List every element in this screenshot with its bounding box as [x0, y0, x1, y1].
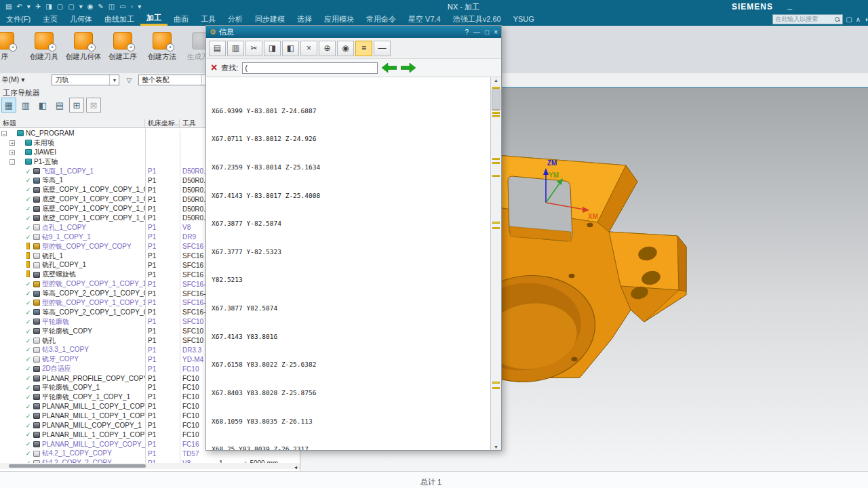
expander-icon[interactable]: [18, 206, 23, 211]
window-cascade-icon[interactable]: ◫: [108, 0, 115, 14]
delete-icon[interactable]: ×: [300, 41, 317, 56]
expander-icon[interactable]: [18, 272, 23, 277]
filter-icon[interactable]: ▽: [126, 77, 132, 84]
collapse-icon[interactable]: —: [374, 41, 391, 56]
expander-icon[interactable]: [18, 178, 23, 183]
expander-icon[interactable]: [18, 169, 23, 174]
copy-icon[interactable]: ◨: [45, 0, 52, 14]
expander-icon[interactable]: [18, 187, 23, 192]
minimize-icon[interactable]: —: [473, 28, 480, 36]
expander-icon[interactable]: [18, 300, 23, 306]
expander-icon[interactable]: [18, 291, 23, 296]
menu-tab[interactable]: 几何体: [64, 14, 98, 26]
vertical-scrollbar[interactable]: ▲ ▼: [490, 77, 501, 450]
expander-icon[interactable]: [18, 216, 23, 221]
minimize-ribbon-icon[interactable]: ∧: [856, 16, 861, 24]
ribbon-button[interactable]: + 创建几何体: [65, 32, 102, 62]
expander-icon[interactable]: [18, 366, 23, 371]
maximize-icon[interactable]: □: [485, 28, 489, 36]
expander-icon[interactable]: [18, 394, 23, 400]
expander-icon[interactable]: [18, 413, 23, 419]
undo-icon[interactable]: ↶: [16, 0, 22, 14]
scrollbar-thumb[interactable]: [492, 89, 500, 110]
menu-tab[interactable]: 曲线加工: [98, 14, 140, 26]
save-icon[interactable]: ▤: [5, 0, 12, 14]
info-window-titlebar[interactable]: ⚙ 信息 ?—□×: [206, 26, 501, 38]
expander-icon[interactable]: [18, 310, 23, 315]
undo-dropdown-icon[interactable]: ▾: [27, 0, 31, 14]
close-find-icon[interactable]: ×: [211, 62, 217, 73]
machine-tool-view-icon[interactable]: ▥: [18, 98, 33, 113]
menu-tab[interactable]: 分析: [222, 14, 249, 26]
expander-icon[interactable]: [18, 329, 23, 334]
expander-icon[interactable]: [18, 347, 23, 352]
expander-icon[interactable]: [18, 319, 23, 325]
search-input[interactable]: 在此输入以搜索: [772, 14, 843, 24]
menu-tab[interactable]: 应用模块: [318, 14, 360, 26]
expander-icon[interactable]: [18, 432, 23, 437]
expander-icon[interactable]: [18, 253, 23, 259]
menu-tab[interactable]: 选择: [291, 14, 318, 26]
menu-tab[interactable]: 加工: [140, 14, 167, 26]
save-icon[interactable]: ▤: [209, 41, 226, 56]
expander-icon[interactable]: [18, 357, 23, 362]
gcode-listing[interactable]: X66.9399 Y-83.801 Z-24.6887 X67.0711 Y-8…: [206, 77, 490, 450]
help-icon[interactable]: ?: [465, 28, 469, 36]
scroll-up-icon[interactable]: ▲: [491, 78, 501, 83]
menu-tab[interactable]: 主页: [37, 14, 64, 26]
fullscreen-icon[interactable]: ▢: [846, 16, 852, 24]
clear-filter-icon[interactable]: ⊠: [86, 98, 101, 113]
find-previous-button[interactable]: [382, 63, 397, 73]
assembly-filter-combo[interactable]: 整个装配▼: [138, 75, 212, 85]
more-dropdown-icon[interactable]: ▾: [79, 0, 83, 14]
ribbon-button[interactable]: + 序: [0, 32, 23, 62]
cut-icon[interactable]: ✂: [245, 41, 262, 56]
find-object-icon[interactable]: ⊞: [69, 98, 84, 113]
find-input[interactable]: (: [242, 62, 378, 74]
menu-tab[interactable]: 工具: [195, 14, 222, 26]
menu-tab[interactable]: 星空 V7.4: [402, 14, 447, 26]
horizontal-scrollbar[interactable]: [0, 463, 300, 469]
expander-icon[interactable]: [18, 375, 23, 381]
column-coord[interactable]: 机床坐标..: [145, 119, 180, 127]
find-next-button[interactable]: [401, 63, 416, 73]
window-icon[interactable]: ▭: [119, 0, 125, 14]
scroll-left-icon[interactable]: ◂: [294, 464, 297, 470]
paste-icon[interactable]: ▢: [57, 0, 63, 14]
small-window-icon[interactable]: ▫: [131, 0, 134, 14]
menu-tab[interactable]: 同步建模: [249, 14, 291, 26]
expander-icon[interactable]: [18, 244, 23, 249]
expander-icon[interactable]: [18, 197, 23, 202]
pen-icon[interactable]: ✎: [98, 0, 103, 14]
ribbon-button[interactable]: + 创建刀具: [26, 32, 62, 62]
print-icon[interactable]: ▥: [227, 41, 244, 56]
expander-icon[interactable]: [18, 441, 23, 447]
find-icon[interactable]: ◉: [337, 41, 354, 56]
program-order-view-icon[interactable]: ▦: [1, 98, 16, 113]
menu-tab[interactable]: 曲面: [167, 14, 195, 26]
column-title[interactable]: 标题: [0, 119, 145, 127]
menu-tab[interactable]: 文件(F): [0, 14, 37, 26]
ribbon-button[interactable]: + 创建工序: [104, 32, 141, 62]
expander-icon[interactable]: [18, 404, 23, 409]
fly-icon[interactable]: ✈: [35, 0, 41, 14]
close-icon[interactable]: ×: [494, 28, 498, 36]
scrollbar-thumb[interactable]: [9, 464, 146, 468]
expander-icon[interactable]: +: [9, 140, 15, 146]
expander-icon[interactable]: [18, 235, 23, 240]
expander-icon[interactable]: [18, 225, 23, 230]
user-icon[interactable]: ◑: [864, 16, 868, 24]
menu-dropdown[interactable]: 单(M) ▾: [1, 75, 24, 85]
expander-icon[interactable]: -: [9, 159, 15, 165]
expander-icon[interactable]: [18, 423, 23, 428]
expander-icon[interactable]: [18, 451, 23, 456]
column-divider[interactable]: [180, 129, 180, 468]
minimize-button[interactable]: _: [787, 0, 792, 14]
expander-icon[interactable]: [18, 385, 23, 390]
expander-icon[interactable]: [18, 281, 23, 287]
column-divider[interactable]: [145, 129, 146, 468]
machining-method-view-icon[interactable]: ▤: [52, 98, 67, 113]
ribbon-button[interactable]: + 创建方法: [144, 32, 180, 62]
locate-icon[interactable]: ⊕: [319, 41, 336, 56]
expander-icon[interactable]: +: [9, 150, 15, 155]
